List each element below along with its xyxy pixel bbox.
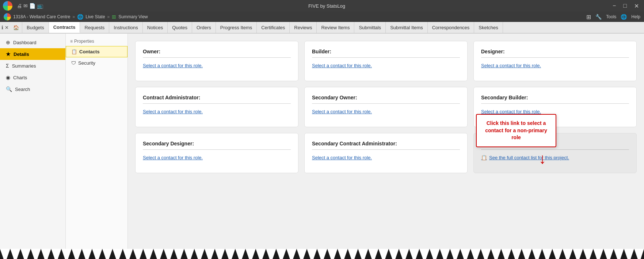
tab-bar-controls: ℹ ✕ — [1, 22, 9, 33]
tab-budgets[interactable]: Budgets — [22, 22, 49, 33]
search-icon: 🔍 — [6, 86, 12, 92]
tab-notices[interactable]: Notices — [143, 22, 168, 33]
contact-card-secondary-owner: Secondary Owner: Select a contact for th… — [304, 87, 468, 127]
sidebar-item-dashboard[interactable]: ⊕ Dashboard — [0, 37, 65, 48]
secondary-designer-select-link[interactable]: Select a contact for this role. — [143, 155, 203, 160]
full-contact-list-link[interactable]: 📋 See the full contact list for this pro… — [481, 155, 629, 160]
tab-home[interactable]: 🏠 — [10, 22, 22, 33]
sub-sidebar-item-security[interactable]: 🛡 Security — [66, 57, 127, 69]
breadcrumb-view[interactable]: Summary View — [118, 14, 148, 19]
zigzag-bottom-bar — [0, 249, 644, 259]
properties-icon: ≡ — [70, 39, 73, 44]
owner-select-link[interactable]: Select a contact for this role. — [143, 63, 203, 68]
zigzag-svg — [0, 249, 644, 259]
tab-orders[interactable]: Orders — [192, 22, 216, 33]
designer-title: Designer: — [481, 49, 629, 58]
sidebar-item-search[interactable]: 🔍 Search — [0, 83, 65, 95]
sub-sidebar-label-security: Security — [78, 60, 95, 66]
tab-contracts[interactable]: Contracts — [49, 22, 80, 33]
sidebar-label-charts: Charts — [13, 75, 27, 80]
sidebar-label-summaries: Summaries — [12, 63, 36, 69]
charts-icon: ◉ — [6, 75, 10, 80]
contact-card-owner: Owner: Select a contact for this role. — [135, 41, 298, 81]
secondary-owner-select-link[interactable]: Select a contact for this role. — [312, 109, 372, 114]
sidebar-label-dashboard: Dashboard — [13, 40, 37, 45]
contact-card-secondary-contract-admin: Secondary Contract Administrator: Select… — [304, 133, 468, 173]
contact-card-designer: Designer: Select a contact for this role… — [473, 41, 637, 81]
toolbar-icons: 🖨 ✉ 📄 📺 — [17, 3, 43, 9]
details-icon: ★ — [6, 51, 11, 57]
sub-sidebar-title: Properties — [74, 39, 94, 44]
breadcrumb-sep-1: » — [73, 14, 75, 19]
tab-review-items[interactable]: Review Items — [317, 22, 354, 33]
contact-list-link-text: See the full contact list for this proje… — [489, 155, 569, 160]
contacts-icon: 📋 — [71, 49, 77, 54]
security-icon: 🛡 — [71, 60, 76, 66]
tooltip-arrow: ↓ — [539, 151, 546, 167]
maximize-button[interactable]: □ — [621, 2, 629, 10]
sidebar-label-details: Details — [14, 52, 29, 57]
tools-label[interactable]: Tools — [606, 14, 616, 19]
contact-list-icon: 📋 — [481, 155, 487, 160]
secondary-designer-title: Secondary Designer: — [143, 141, 291, 150]
tab-submittal-items[interactable]: Submittal Items — [386, 22, 428, 33]
contract-admin-title: Contract Administrator: — [143, 95, 291, 104]
tab-close-icon[interactable]: ✕ — [5, 25, 9, 30]
tab-progress-items[interactable]: Progress Items — [216, 22, 257, 33]
breadcrumb-state[interactable]: Live State — [85, 14, 105, 19]
help-label[interactable]: Help — [631, 14, 640, 19]
sidebar-item-charts[interactable]: ◉ Charts — [0, 72, 65, 83]
contact-grid: Owner: Select a contact for this role. B… — [135, 41, 637, 173]
title-bar-right: − □ ✕ — [610, 2, 641, 10]
builder-select-link[interactable]: Select a contact for this role. — [312, 63, 372, 68]
secondary-contract-admin-select-link[interactable]: Select a contact for this role. — [312, 155, 372, 160]
tab-info-icon[interactable]: ℹ — [1, 25, 3, 30]
close-button[interactable]: ✕ — [632, 2, 641, 10]
tab-instructions[interactable]: Instructions — [109, 22, 142, 33]
tools-icon: 🔧 — [595, 14, 602, 20]
sub-sidebar: ≡ Properties 📋 Contacts 🛡 Security — [66, 34, 128, 249]
summaries-icon: Σ — [6, 63, 9, 69]
breadcrumb-sep-2: » — [107, 14, 110, 19]
breadcrumb-project[interactable]: 1318A - Welland Care Centre — [13, 14, 71, 19]
minimize-button[interactable]: − — [610, 2, 618, 10]
email-icon[interactable]: ✉ — [23, 3, 28, 9]
tab-bar: ℹ ✕ 🏠 Budgets Contracts Requests Instruc… — [0, 22, 644, 34]
tooltip-text: Click this link to select a contact for … — [485, 120, 547, 140]
sub-sidebar-item-contacts[interactable]: 📋 Contacts — [66, 46, 127, 57]
designer-select-link[interactable]: Select a contact for this role. — [481, 63, 541, 68]
tab-quotes[interactable]: Quotes — [168, 22, 192, 33]
tab-reviews[interactable]: Reviews — [290, 22, 317, 33]
sub-sidebar-header: ≡ Properties — [66, 37, 127, 46]
sidebar-item-summaries[interactable]: Σ Summaries — [0, 60, 65, 72]
tab-sketches[interactable]: Sketches — [474, 22, 503, 33]
secondary-contract-admin-title: Secondary Contract Administrator: — [312, 141, 460, 150]
breadcrumb-logo — [4, 13, 11, 20]
title-bar: 🖨 ✉ 📄 📺 FIVE by StatsLog − □ ✕ — [0, 0, 644, 12]
view-icon: ⊞ — [112, 14, 116, 20]
sidebar-item-details[interactable]: ★ Details — [0, 48, 65, 60]
main-layout: ⊕ Dashboard ★ Details Σ Summaries ◉ Char… — [0, 34, 644, 249]
content-area: Owner: Select a contact for this role. B… — [128, 34, 644, 249]
tooltip-popup: Click this link to select a contact for … — [476, 114, 556, 147]
tab-requests[interactable]: Requests — [80, 22, 109, 33]
breadcrumb-right: ⊞ 🔧 Tools 🌐 Help — [586, 14, 640, 20]
secondary-owner-title: Secondary Owner: — [312, 95, 460, 104]
contact-card-contract-admin: Contract Administrator: Select a contact… — [135, 87, 298, 127]
help-icon: 🌐 — [621, 14, 627, 20]
sidebar-label-search: Search — [15, 87, 30, 92]
owner-title: Owner: — [143, 49, 291, 58]
screen-icon[interactable]: 📺 — [37, 3, 43, 9]
tab-certificates[interactable]: Certificates — [257, 22, 290, 33]
contract-admin-select-link[interactable]: Select a contact for this role. — [143, 109, 203, 114]
tab-correspondences[interactable]: Correspondences — [428, 22, 475, 33]
print-icon[interactable]: 🖨 — [17, 3, 22, 9]
sidebar: ⊕ Dashboard ★ Details Σ Summaries ◉ Char… — [0, 34, 66, 249]
pdf-icon[interactable]: 📄 — [29, 3, 35, 9]
apps-icon[interactable]: ⊞ — [586, 14, 591, 20]
contact-card-builder: Builder: Select a contact for this role. — [304, 41, 468, 81]
contact-card-secondary-designer: Secondary Designer: Select a contact for… — [135, 133, 298, 173]
tab-submittals[interactable]: Submittals — [354, 22, 386, 33]
sub-sidebar-label-contacts: Contacts — [79, 49, 100, 54]
secondary-builder-select-link[interactable]: Select a contact for this role. — [481, 109, 541, 114]
